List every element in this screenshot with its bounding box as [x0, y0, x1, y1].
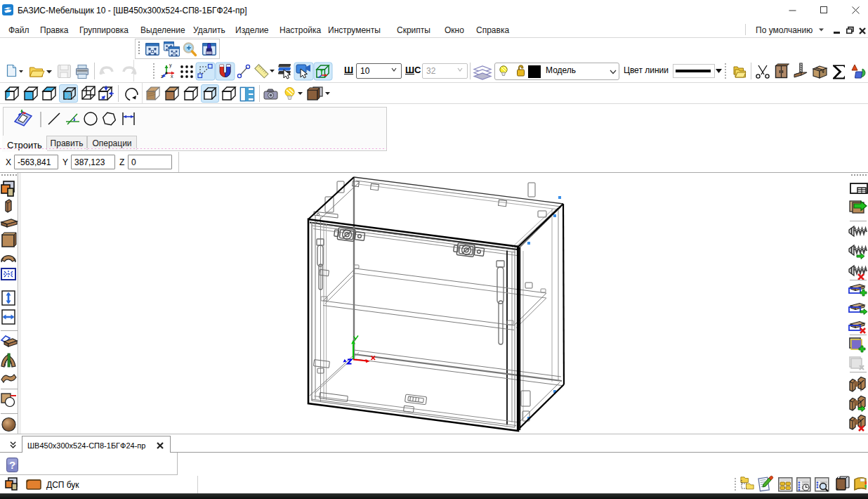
svg-text:x: x	[171, 74, 173, 79]
svg-text:y: y	[169, 63, 172, 68]
svg-text:?: ?	[9, 459, 15, 471]
svg-text:z: z	[161, 74, 164, 79]
